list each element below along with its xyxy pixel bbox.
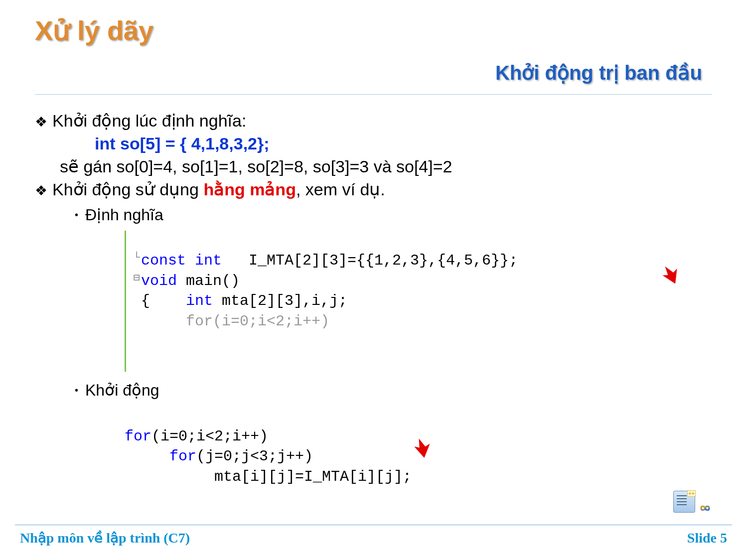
bullet-text: Khởi động lúc định nghĩa: bbox=[52, 110, 246, 133]
code1-l3-rest: mta[2][3],i,j; bbox=[213, 292, 347, 309]
slide-container: Xử lý dãy Khởi động trị ban đầu ❖ Khởi đ… bbox=[0, 0, 747, 560]
kw-void: void bbox=[141, 273, 177, 289]
bullet-text-2: Khởi động sử dụng hằng mảng, xem ví dụ. bbox=[52, 178, 385, 201]
code-rest: so[5] = { 4,1,8,3,2}; bbox=[116, 134, 270, 153]
explanation-text: sẽ gán so[0]=4, so[1]=1, so[2]=8, so[3]=… bbox=[60, 155, 712, 178]
footer-slide-number: Slide 5 bbox=[687, 530, 727, 546]
fold-end-icon: └ bbox=[132, 251, 141, 266]
visual-studio-icon-group bbox=[673, 491, 712, 513]
highlight-hang-mang: hằng mảng bbox=[203, 180, 296, 199]
svg-marker-1 bbox=[413, 438, 431, 458]
code-block-init: for(i=0;i<2;i++) for(j=0;j<3;j++) mta[i]… bbox=[125, 406, 712, 527]
divider-footer bbox=[15, 525, 732, 525]
code-array-declaration: int so[5] = { 4,1,8,3,2}; bbox=[95, 133, 712, 155]
visual-studio-infinity-icon bbox=[698, 504, 712, 513]
code1-l3-open: { bbox=[141, 292, 186, 309]
kw-int-2: int bbox=[186, 292, 213, 309]
sub-bullet-label-2: Khởi động bbox=[85, 380, 159, 401]
diamond-bullet-icon: ❖ bbox=[35, 178, 47, 200]
code2-l2-rest: (j=0;j<3;j++) bbox=[196, 448, 313, 465]
kw-for-1: for bbox=[125, 428, 151, 445]
slide-title: Xử lý dãy bbox=[35, 15, 712, 46]
code2-l1-rest: (i=0;i<2;i++) bbox=[151, 428, 268, 445]
sub-bullet-init: • Khởi động bbox=[75, 380, 712, 401]
code1-l2-rest: main() bbox=[177, 273, 240, 289]
visual-studio-cpp-file-icon bbox=[673, 491, 695, 513]
sub-bullet-label: Định nghĩa bbox=[85, 204, 163, 226]
fold-minus-icon: ⊟ bbox=[132, 271, 141, 286]
diamond-bullet-icon: ❖ bbox=[35, 110, 47, 132]
footer-course-label: Nhập môn về lập trình (C7) bbox=[20, 530, 190, 546]
code-block-define: └const int I_MTA[2][3]={{1,2,3},{4,5,6}}… bbox=[125, 231, 712, 372]
kw-const-int: const int bbox=[141, 252, 222, 269]
slide-subtitle: Khởi động trị ban đầu bbox=[35, 61, 702, 84]
code1-l1-rest: I_MTA[2][3]={{1,2,3},{4,5,6}}; bbox=[222, 252, 518, 269]
sub-bullet-define: • Định nghĩa bbox=[75, 204, 712, 226]
code1-l4: for(i=0;i<2;i++) bbox=[141, 313, 329, 330]
bullet-init-const-array: ❖ Khởi động sử dụng hằng mảng, xem ví dụ… bbox=[35, 178, 712, 201]
divider-top bbox=[35, 94, 712, 95]
dot-bullet-icon: • bbox=[75, 384, 78, 397]
bullet-init-on-define: ❖ Khởi động lúc định nghĩa: bbox=[35, 110, 712, 133]
red-arrow-icon bbox=[339, 418, 359, 438]
red-arrow-icon bbox=[588, 246, 607, 266]
keyword-int: int bbox=[95, 134, 116, 153]
dot-bullet-icon: • bbox=[75, 208, 78, 222]
svg-marker-0 bbox=[660, 266, 679, 285]
slide-body: ❖ Khởi động lúc định nghĩa: int so[5] = … bbox=[35, 110, 712, 527]
kw-for-2: for bbox=[169, 448, 196, 465]
